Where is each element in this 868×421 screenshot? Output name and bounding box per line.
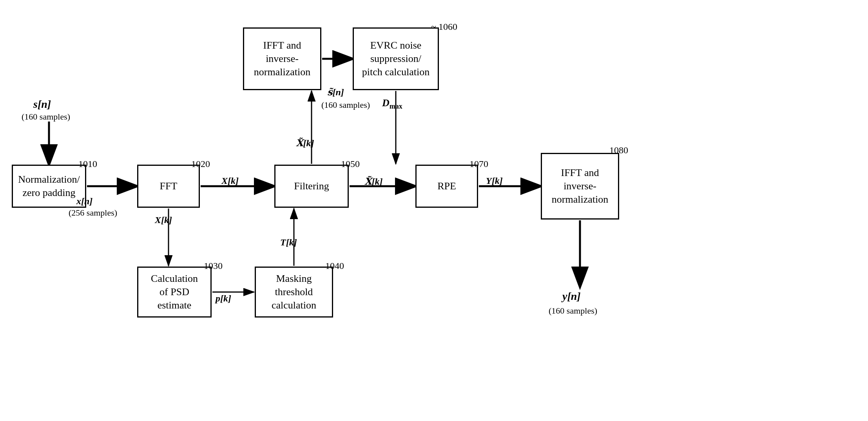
diagram-container: s[n] (160 samples) Normalization/zero pa…	[0, 0, 868, 421]
block-masking: Maskingthresholdcalculation	[255, 267, 333, 318]
block-rpe: RPE	[415, 165, 478, 208]
block-ifft-top: IFFT andinverse-normalization	[243, 27, 321, 90]
label-tilde-X-k-filter-out: X̃[k]	[364, 176, 383, 187]
block-filtering: Filtering	[274, 165, 349, 208]
ref-fft: 1020	[191, 159, 210, 169]
ref-ifft-right: 1080	[609, 145, 628, 156]
block-normalization: Normalization/zero padding	[12, 165, 86, 208]
label-tilde-s-samples: (160 samples)	[321, 100, 370, 110]
label-X-k-top: X[k]	[221, 176, 239, 186]
ref-normalization: 1010	[78, 159, 97, 169]
label-s-n-input: s[n]	[33, 98, 51, 111]
label-T-k: T[k]	[280, 237, 297, 248]
label-x-n-samples: (256 samples)	[69, 208, 117, 218]
label-x-n: x[n]	[76, 196, 92, 207]
label-tilde-s-n: s̃[n]	[327, 86, 344, 98]
label-p-k: p[k]	[216, 293, 231, 304]
label-tilde-X-k-top: X̃[k]	[296, 137, 314, 149]
ref-masking: 1040	[325, 261, 344, 271]
ref-evrc: ~ 1060	[431, 22, 457, 32]
label-y-n: y[n]	[562, 290, 581, 303]
ref-psd: 1030	[204, 261, 223, 271]
label-D-max: Dmax	[382, 97, 402, 111]
label-y-n-samples: (160 samples)	[549, 306, 597, 316]
block-fft: FFT	[137, 165, 200, 208]
block-psd: Calculationof PSDestimate	[137, 267, 212, 318]
label-Y-k: Y[k]	[486, 176, 503, 186]
label-X-k-bottom: X[k]	[155, 215, 172, 225]
block-ifft-right: IFFT andinverse-normalization	[541, 153, 619, 220]
label-s-n-samples: (160 samples)	[22, 112, 70, 122]
ref-filtering: 1050	[341, 159, 360, 169]
block-evrc: EVRC noisesuppression/pitch calculation	[353, 27, 439, 90]
ref-rpe: 1070	[469, 159, 488, 169]
